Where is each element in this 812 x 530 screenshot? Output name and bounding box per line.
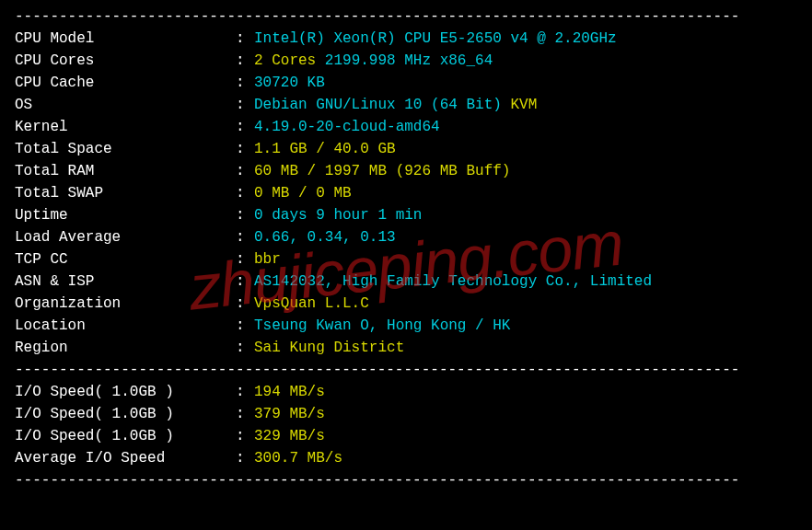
row-value: 0 days 9 hour 1 min <box>254 204 797 226</box>
io-row: Average I/O Speed: 300.7 MB/s <box>15 447 797 469</box>
row-value: 379 MB/s <box>254 403 797 425</box>
row-label: CPU Cache <box>15 72 236 94</box>
info-row: CPU Cores: 2 Cores 2199.998 MHz x86_64 <box>15 50 797 72</box>
row-value: AS142032, High Family Technology Co., Li… <box>254 271 797 293</box>
row-value: 1.1 GB / 40.0 GB <box>254 138 797 160</box>
info-row: Total RAM: 60 MB / 1997 MB (926 MB Buff) <box>15 160 797 182</box>
info-row: Uptime: 0 days 9 hour 1 min <box>15 204 797 226</box>
row-value: VpsQuan L.L.C <box>254 293 797 315</box>
colon: : <box>236 248 254 271</box>
colon: : <box>236 94 254 116</box>
row-value: Tseung Kwan O, Hong Kong / HK <box>254 315 797 337</box>
row-label: Organization <box>15 293 236 315</box>
row-label: TCP CC <box>15 248 236 271</box>
row-value: Debian GNU/Linux 10 (64 Bit) KVM <box>254 94 797 116</box>
row-value: Sai Kung District <box>254 337 797 359</box>
row-label: Total SWAP <box>15 182 236 204</box>
io-row: I/O Speed( 1.0GB ): 329 MB/s <box>15 425 797 447</box>
colon: : <box>236 315 254 337</box>
system-info-block: CPU Model: Intel(R) Xeon(R) CPU E5-2650 … <box>15 28 797 359</box>
info-row: Organization: VpsQuan L.L.C <box>15 293 797 315</box>
io-speed-block: I/O Speed( 1.0GB ): 194 MB/sI/O Speed( 1… <box>15 381 797 469</box>
row-label: Region <box>15 337 236 359</box>
info-row: Load Average: 0.66, 0.34, 0.13 <box>15 226 797 248</box>
colon: : <box>236 116 254 138</box>
colon: : <box>236 226 254 248</box>
row-value: 0.66, 0.34, 0.13 <box>254 226 797 248</box>
row-label: I/O Speed( 1.0GB ) <box>15 381 236 403</box>
row-label: Location <box>15 315 236 337</box>
row-label: CPU Cores <box>15 50 236 72</box>
row-value: 0 MB / 0 MB <box>254 182 797 204</box>
colon: : <box>236 138 254 160</box>
divider-middle: ----------------------------------------… <box>15 359 797 381</box>
info-row: ASN & ISP: AS142032, High Family Technol… <box>15 271 797 293</box>
colon: : <box>236 160 254 182</box>
row-label: CPU Model <box>15 28 236 50</box>
row-label: OS <box>15 94 236 116</box>
io-row: I/O Speed( 1.0GB ): 379 MB/s <box>15 403 797 425</box>
row-label: I/O Speed( 1.0GB ) <box>15 425 236 447</box>
row-label: Load Average <box>15 226 236 248</box>
colon: : <box>236 403 254 425</box>
info-row: Total Space: 1.1 GB / 40.0 GB <box>15 138 797 160</box>
colon: : <box>236 425 254 447</box>
row-value: 60 MB / 1997 MB (926 MB Buff) <box>254 160 797 182</box>
colon: : <box>236 271 254 293</box>
colon: : <box>236 182 254 204</box>
colon: : <box>236 50 254 72</box>
row-value: 329 MB/s <box>254 425 797 447</box>
info-row: Region: Sai Kung District <box>15 337 797 359</box>
divider-top: ----------------------------------------… <box>15 6 797 28</box>
row-value: bbr <box>254 248 797 271</box>
row-value: 300.7 MB/s <box>254 447 797 469</box>
divider-bottom: ----------------------------------------… <box>15 469 797 491</box>
row-value: Intel(R) Xeon(R) CPU E5-2650 v4 @ 2.20GH… <box>254 28 797 50</box>
colon: : <box>236 337 254 359</box>
row-label: Total Space <box>15 138 236 160</box>
row-label: Kernel <box>15 116 236 138</box>
info-row: CPU Model: Intel(R) Xeon(R) CPU E5-2650 … <box>15 28 797 50</box>
row-label: I/O Speed( 1.0GB ) <box>15 403 236 425</box>
row-label: Total RAM <box>15 160 236 182</box>
row-label: Uptime <box>15 204 236 226</box>
row-value: 4.19.0-20-cloud-amd64 <box>254 116 797 138</box>
row-value: 194 MB/s <box>254 381 797 403</box>
row-value: 30720 KB <box>254 72 797 94</box>
info-row: CPU Cache: 30720 KB <box>15 72 797 94</box>
info-row: TCP CC: bbr <box>15 248 797 271</box>
colon: : <box>236 447 254 469</box>
colon: : <box>236 28 254 50</box>
colon: : <box>236 293 254 315</box>
colon: : <box>236 381 254 403</box>
info-row: Location: Tseung Kwan O, Hong Kong / HK <box>15 315 797 337</box>
colon: : <box>236 204 254 226</box>
row-label: Average I/O Speed <box>15 447 236 469</box>
io-row: I/O Speed( 1.0GB ): 194 MB/s <box>15 381 797 403</box>
row-label: ASN & ISP <box>15 271 236 293</box>
info-row: OS: Debian GNU/Linux 10 (64 Bit) KVM <box>15 94 797 116</box>
colon: : <box>236 72 254 94</box>
info-row: Kernel: 4.19.0-20-cloud-amd64 <box>15 116 797 138</box>
info-row: Total SWAP: 0 MB / 0 MB <box>15 182 797 204</box>
row-value: 2 Cores 2199.998 MHz x86_64 <box>254 50 797 72</box>
